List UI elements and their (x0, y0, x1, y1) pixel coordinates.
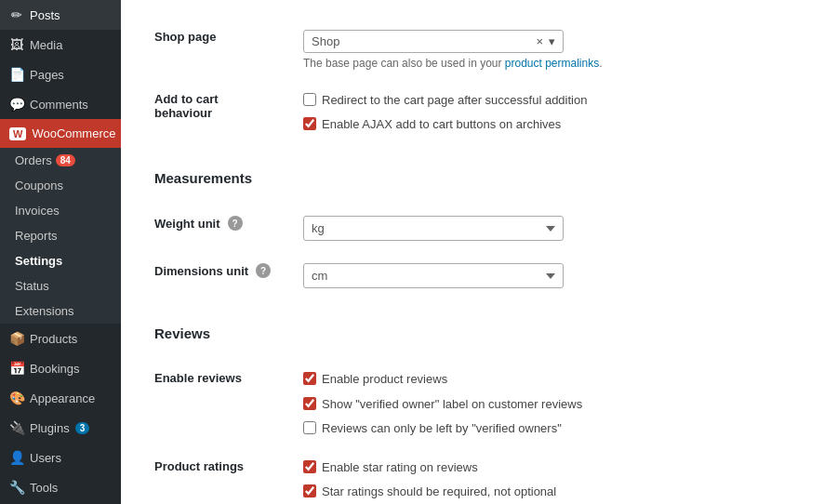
plugins-badge: 3 (75, 422, 90, 434)
invoices-label: Invoices (15, 204, 60, 218)
verified-owner-checkbox[interactable] (303, 397, 316, 410)
shop-page-label: Shop page (149, 19, 298, 81)
woocommerce-label: WooCommerce (32, 126, 115, 140)
add-to-cart-row: Add to cart behaviour Redirect to the ca… (149, 81, 809, 144)
shop-page-select[interactable]: Shop × ▾ (303, 30, 564, 53)
tools-icon: 🔧 (9, 480, 24, 495)
enable-star-rating-row: Enable star rating on reviews (303, 459, 804, 476)
users-icon: 👤 (9, 450, 24, 465)
enable-reviews-label-cell: Enable reviews (149, 360, 298, 448)
appearance-label: Appearance (30, 391, 95, 405)
sidebar-item-products[interactable]: 📦 Products (0, 324, 121, 353)
redirect-cart-checkbox[interactable] (303, 93, 316, 106)
measurements-heading-row: Measurements (149, 144, 809, 205)
sidebar-item-tools[interactable]: 🔧 Tools (0, 472, 121, 502)
orders-badge: 84 (56, 154, 75, 166)
product-ratings-label-cell: Product ratings (149, 448, 298, 504)
bookings-icon: 📅 (9, 361, 24, 376)
woo-icon: W (9, 127, 26, 140)
appearance-icon: 🎨 (9, 391, 24, 405)
sidebar-item-users[interactable]: 👤 Users (0, 443, 121, 472)
only-verified-label[interactable]: Reviews can only be left by "verified ow… (322, 420, 562, 437)
status-label: Status (15, 279, 49, 293)
sidebar-item-label: Media (30, 38, 62, 52)
sidebar-item-orders[interactable]: Orders 84 (0, 148, 121, 173)
posts-icon: ✏ (9, 7, 24, 22)
dimensions-unit-help-icon[interactable]: ? (256, 263, 271, 278)
sidebar-item-extensions[interactable]: Extensions (0, 298, 121, 324)
sidebar-item-label: Pages (30, 68, 64, 82)
measurements-heading-cell: Measurements (149, 144, 809, 205)
enable-star-rating-checkbox[interactable] (303, 460, 316, 473)
reviews-heading: Reviews (154, 311, 804, 349)
sidebar-item-coupons[interactable]: Coupons (0, 173, 121, 198)
sidebar-item-bookings[interactable]: 📅 Bookings (0, 353, 121, 383)
enable-star-rating-label[interactable]: Enable star rating on reviews (322, 459, 478, 476)
woocommerce-header[interactable]: W WooCommerce (0, 119, 121, 148)
only-verified-row: Reviews can only be left by "verified ow… (303, 420, 804, 437)
sidebar-item-posts[interactable]: ✏ Posts (0, 0, 121, 30)
sidebar-item-plugins[interactable]: 🔌 Plugins 3 (0, 413, 121, 443)
content-area: Shop page Shop × ▾ The base page can als… (121, 0, 837, 504)
sidebar-item-status[interactable]: Status (0, 273, 121, 298)
chevron-down-icon[interactable]: ▾ (549, 34, 555, 48)
weight-unit-cell: kg lbs g oz (298, 205, 809, 252)
sidebar-item-media[interactable]: 🖼 Media (0, 30, 121, 60)
pages-icon: 📄 (9, 67, 24, 82)
tools-label: Tools (30, 481, 58, 495)
sidebar-item-reports[interactable]: Reports (0, 223, 121, 248)
product-permalinks-link[interactable]: product permalinks (505, 57, 599, 70)
comments-icon: 💬 (9, 97, 24, 112)
only-verified-checkbox[interactable] (303, 421, 316, 434)
add-to-cart-label: Add to cart behaviour (149, 81, 298, 144)
weight-unit-row: Weight unit ? kg lbs g oz (149, 205, 809, 252)
media-icon: 🖼 (9, 37, 24, 52)
enable-product-reviews-label[interactable]: Enable product reviews (322, 371, 447, 388)
shop-page-row: Shop page Shop × ▾ The base page can als… (149, 19, 809, 81)
plugins-label: Plugins (30, 421, 70, 435)
weight-unit-label: Weight unit (154, 217, 220, 231)
plugins-icon: 🔌 (9, 420, 24, 435)
orders-label: Orders (15, 153, 52, 167)
products-icon: 📦 (9, 331, 24, 346)
sidebar-item-pages[interactable]: 📄 Pages (0, 60, 121, 89)
dimensions-unit-cell: cm m mm in yd (298, 252, 809, 299)
bookings-label: Bookings (30, 362, 79, 376)
redirect-cart-label[interactable]: Redirect to the cart page after successf… (322, 92, 587, 109)
main-content: Shop page Shop × ▾ The base page can als… (121, 0, 837, 504)
clear-icon[interactable]: × (536, 34, 543, 48)
dimensions-unit-label: Dimensions unit (154, 264, 248, 278)
dimensions-unit-select[interactable]: cm m mm in yd (303, 263, 564, 288)
enable-product-reviews-row: Enable product reviews (303, 371, 804, 388)
sidebar-item-settings[interactable]: Settings (0, 248, 121, 273)
sidebar-item-label: Posts (30, 8, 60, 22)
ajax-cart-checkbox[interactable] (303, 117, 316, 130)
enable-product-reviews-checkbox[interactable] (303, 372, 316, 385)
sidebar-item-appearance[interactable]: 🎨 Appearance (0, 383, 121, 413)
sidebar-item-comments[interactable]: 💬 Comments (0, 89, 121, 119)
verified-owner-row: Show "verified owner" label on customer … (303, 396, 804, 413)
settings-label: Settings (15, 254, 62, 268)
required-star-rating-checkbox[interactable] (303, 484, 316, 497)
enable-reviews-label: Enable reviews (154, 371, 242, 385)
settings-form: Shop page Shop × ▾ The base page can als… (149, 19, 809, 504)
ajax-cart-checkbox-row: Enable AJAX add to cart buttons on archi… (303, 116, 804, 133)
reviews-heading-row: Reviews (149, 299, 809, 360)
redirect-checkbox-row: Redirect to the cart page after successf… (303, 92, 804, 109)
shop-page-value: Shop (312, 34, 339, 48)
woocommerce-sub-menu: Orders 84 Coupons Invoices Reports Setti… (0, 148, 121, 324)
sidebar-item-invoices[interactable]: Invoices (0, 198, 121, 223)
reports-label: Reports (15, 229, 58, 243)
reviews-heading-cell: Reviews (149, 299, 809, 360)
required-star-rating-label[interactable]: Star ratings should be required, not opt… (322, 484, 556, 500)
users-label: Users (30, 451, 61, 465)
shop-page-controls: × ▾ (536, 34, 555, 48)
verified-owner-label[interactable]: Show "verified owner" label on customer … (322, 396, 582, 413)
sidebar-item-label: Comments (30, 98, 88, 112)
dimensions-unit-row: Dimensions unit ? cm m mm in yd (149, 252, 809, 299)
ajax-cart-label[interactable]: Enable AJAX add to cart buttons on archi… (322, 116, 561, 133)
dimensions-unit-label-cell: Dimensions unit ? (149, 252, 298, 299)
enable-reviews-row: Enable reviews Enable product reviews Sh… (149, 360, 809, 448)
weight-unit-help-icon[interactable]: ? (228, 216, 243, 231)
weight-unit-select[interactable]: kg lbs g oz (303, 216, 564, 241)
